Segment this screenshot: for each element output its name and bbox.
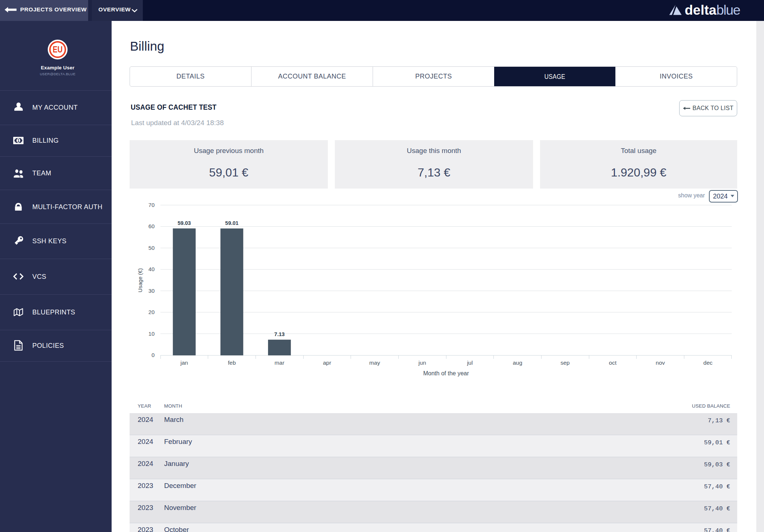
- svg-text:Month of the year: Month of the year: [423, 370, 469, 376]
- svg-text:sep: sep: [561, 360, 570, 366]
- svg-text:aug: aug: [513, 360, 522, 366]
- svg-text:20: 20: [148, 309, 155, 315]
- svg-text:dec: dec: [703, 360, 713, 366]
- svg-text:nov: nov: [656, 360, 665, 366]
- svg-text:mar: mar: [275, 360, 285, 366]
- svg-text:59.03: 59.03: [178, 220, 191, 226]
- svg-text:apr: apr: [323, 360, 331, 366]
- svg-text:may: may: [369, 360, 380, 366]
- svg-text:feb: feb: [228, 360, 236, 366]
- svg-text:jan: jan: [180, 360, 188, 366]
- svg-text:10: 10: [148, 331, 155, 337]
- svg-text:59.01: 59.01: [225, 220, 238, 226]
- svg-text:7.13: 7.13: [274, 331, 285, 337]
- svg-text:Usage (€): Usage (€): [137, 268, 143, 292]
- svg-text:70: 70: [148, 202, 155, 208]
- svg-text:oct: oct: [609, 360, 617, 366]
- svg-text:30: 30: [148, 288, 155, 294]
- svg-text:40: 40: [148, 266, 155, 272]
- svg-text:0: 0: [152, 352, 155, 358]
- svg-text:50: 50: [148, 245, 155, 251]
- svg-text:jun: jun: [418, 360, 426, 366]
- svg-text:60: 60: [148, 223, 155, 229]
- svg-text:jul: jul: [467, 360, 473, 366]
